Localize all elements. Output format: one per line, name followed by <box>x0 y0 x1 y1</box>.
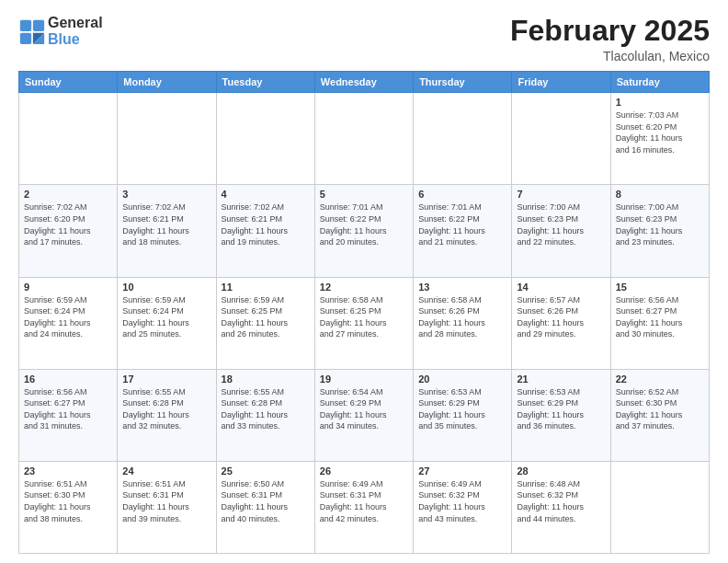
day-number: 20 <box>418 373 506 385</box>
month-title: February 2025 <box>510 15 710 47</box>
day-info: Sunrise: 6:51 AM Sunset: 6:30 PM Dayligh… <box>24 478 112 524</box>
header: General Blue February 2025 Tlacolulan, M… <box>18 15 710 63</box>
table-row: 21Sunrise: 6:53 AM Sunset: 6:29 PM Dayli… <box>512 369 610 461</box>
table-row: 7Sunrise: 7:00 AM Sunset: 6:23 PM Daylig… <box>512 185 610 277</box>
general-blue-icon <box>18 18 46 44</box>
day-number: 11 <box>222 282 310 293</box>
day-number: 25 <box>222 465 310 477</box>
calendar-table: Sunday Monday Tuesday Wednesday Thursday… <box>18 71 710 554</box>
table-row <box>314 93 413 185</box>
day-number: 27 <box>418 465 506 477</box>
day-info: Sunrise: 6:58 AM Sunset: 6:26 PM Dayligh… <box>418 294 506 340</box>
col-thursday: Thursday <box>414 72 512 93</box>
day-number: 15 <box>616 282 704 293</box>
day-info: Sunrise: 6:49 AM Sunset: 6:32 PM Dayligh… <box>418 478 506 524</box>
day-info: Sunrise: 7:02 AM Sunset: 6:21 PM Dayligh… <box>222 201 310 247</box>
day-number: 5 <box>320 189 408 200</box>
day-number: 18 <box>222 373 310 385</box>
calendar-week-row: 9Sunrise: 6:59 AM Sunset: 6:24 PM Daylig… <box>19 277 710 369</box>
table-row: 9Sunrise: 6:59 AM Sunset: 6:24 PM Daylig… <box>19 277 118 369</box>
day-info: Sunrise: 7:00 AM Sunset: 6:23 PM Dayligh… <box>616 201 704 247</box>
col-monday: Monday <box>118 72 216 93</box>
day-number: 12 <box>320 282 408 293</box>
day-info: Sunrise: 6:59 AM Sunset: 6:24 PM Dayligh… <box>122 294 210 340</box>
calendar-week-row: 16Sunrise: 6:56 AM Sunset: 6:27 PM Dayli… <box>19 369 710 461</box>
day-info: Sunrise: 6:52 AM Sunset: 6:30 PM Dayligh… <box>616 386 704 432</box>
day-number: 2 <box>24 189 112 200</box>
day-info: Sunrise: 6:53 AM Sunset: 6:29 PM Dayligh… <box>418 386 506 432</box>
col-sunday: Sunday <box>19 72 118 93</box>
day-number: 21 <box>517 373 605 385</box>
table-row: 6Sunrise: 7:01 AM Sunset: 6:22 PM Daylig… <box>414 185 512 277</box>
calendar-week-row: 1Sunrise: 7:03 AM Sunset: 6:20 PM Daylig… <box>19 93 710 185</box>
table-row: 16Sunrise: 6:56 AM Sunset: 6:27 PM Dayli… <box>19 369 118 461</box>
day-info: Sunrise: 7:01 AM Sunset: 6:22 PM Dayligh… <box>418 201 506 247</box>
table-row: 4Sunrise: 7:02 AM Sunset: 6:21 PM Daylig… <box>216 185 314 277</box>
logo: General Blue <box>18 15 103 49</box>
day-number: 28 <box>517 465 605 477</box>
table-row: 28Sunrise: 6:48 AM Sunset: 6:32 PM Dayli… <box>512 461 610 553</box>
day-info: Sunrise: 6:54 AM Sunset: 6:29 PM Dayligh… <box>320 386 408 432</box>
day-number: 23 <box>24 465 112 477</box>
table-row <box>414 93 512 185</box>
table-row: 25Sunrise: 6:50 AM Sunset: 6:31 PM Dayli… <box>216 461 314 553</box>
day-info: Sunrise: 7:00 AM Sunset: 6:23 PM Dayligh… <box>517 201 605 247</box>
day-info: Sunrise: 6:49 AM Sunset: 6:31 PM Dayligh… <box>320 478 408 524</box>
day-number: 13 <box>418 282 506 293</box>
day-info: Sunrise: 6:59 AM Sunset: 6:25 PM Dayligh… <box>222 294 310 340</box>
table-row: 11Sunrise: 6:59 AM Sunset: 6:25 PM Dayli… <box>216 277 314 369</box>
day-number: 8 <box>616 189 704 200</box>
table-row <box>512 93 610 185</box>
svg-rect-2 <box>20 33 31 44</box>
day-info: Sunrise: 7:02 AM Sunset: 6:20 PM Dayligh… <box>24 201 112 247</box>
table-row: 8Sunrise: 7:00 AM Sunset: 6:23 PM Daylig… <box>610 185 709 277</box>
day-number: 19 <box>320 373 408 385</box>
day-number: 4 <box>222 189 310 200</box>
day-number: 6 <box>418 189 506 200</box>
day-info: Sunrise: 6:51 AM Sunset: 6:31 PM Dayligh… <box>122 478 210 524</box>
day-info: Sunrise: 7:01 AM Sunset: 6:22 PM Dayligh… <box>320 201 408 247</box>
table-row: 26Sunrise: 6:49 AM Sunset: 6:31 PM Dayli… <box>314 461 413 553</box>
page: General Blue February 2025 Tlacolulan, M… <box>0 0 728 563</box>
table-row: 18Sunrise: 6:55 AM Sunset: 6:28 PM Dayli… <box>216 369 314 461</box>
day-info: Sunrise: 6:56 AM Sunset: 6:27 PM Dayligh… <box>616 294 704 340</box>
table-row <box>19 93 118 185</box>
table-row: 17Sunrise: 6:55 AM Sunset: 6:28 PM Dayli… <box>118 369 216 461</box>
col-friday: Friday <box>512 72 610 93</box>
col-saturday: Saturday <box>610 72 709 93</box>
svg-rect-1 <box>33 20 44 31</box>
table-row: 20Sunrise: 6:53 AM Sunset: 6:29 PM Dayli… <box>414 369 512 461</box>
table-row: 23Sunrise: 6:51 AM Sunset: 6:30 PM Dayli… <box>19 461 118 553</box>
day-number: 22 <box>616 373 704 385</box>
day-number: 16 <box>24 373 112 385</box>
day-info: Sunrise: 7:02 AM Sunset: 6:21 PM Dayligh… <box>122 201 210 247</box>
day-info: Sunrise: 6:56 AM Sunset: 6:27 PM Dayligh… <box>24 386 112 432</box>
table-row: 19Sunrise: 6:54 AM Sunset: 6:29 PM Dayli… <box>314 369 413 461</box>
day-info: Sunrise: 6:55 AM Sunset: 6:28 PM Dayligh… <box>222 386 310 432</box>
day-number: 7 <box>517 189 605 200</box>
title-block: February 2025 Tlacolulan, Mexico <box>510 15 710 63</box>
table-row: 15Sunrise: 6:56 AM Sunset: 6:27 PM Dayli… <box>610 277 709 369</box>
logo-text: General Blue <box>48 15 103 49</box>
day-info: Sunrise: 6:53 AM Sunset: 6:29 PM Dayligh… <box>517 386 605 432</box>
day-number: 10 <box>122 282 210 293</box>
day-number: 1 <box>616 97 704 108</box>
day-info: Sunrise: 6:57 AM Sunset: 6:26 PM Dayligh… <box>517 294 605 340</box>
table-row: 5Sunrise: 7:01 AM Sunset: 6:22 PM Daylig… <box>314 185 413 277</box>
day-info: Sunrise: 6:50 AM Sunset: 6:31 PM Dayligh… <box>222 478 310 524</box>
day-info: Sunrise: 6:48 AM Sunset: 6:32 PM Dayligh… <box>517 478 605 524</box>
day-number: 3 <box>122 189 210 200</box>
day-info: Sunrise: 6:55 AM Sunset: 6:28 PM Dayligh… <box>122 386 210 432</box>
calendar-header-row: Sunday Monday Tuesday Wednesday Thursday… <box>19 72 710 93</box>
table-row: 24Sunrise: 6:51 AM Sunset: 6:31 PM Dayli… <box>118 461 216 553</box>
day-number: 26 <box>320 465 408 477</box>
table-row: 13Sunrise: 6:58 AM Sunset: 6:26 PM Dayli… <box>414 277 512 369</box>
day-info: Sunrise: 7:03 AM Sunset: 6:20 PM Dayligh… <box>616 109 704 155</box>
location-title: Tlacolulan, Mexico <box>510 49 710 63</box>
calendar-week-row: 23Sunrise: 6:51 AM Sunset: 6:30 PM Dayli… <box>19 461 710 553</box>
col-tuesday: Tuesday <box>216 72 314 93</box>
table-row <box>216 93 314 185</box>
table-row <box>118 93 216 185</box>
table-row: 22Sunrise: 6:52 AM Sunset: 6:30 PM Dayli… <box>610 369 709 461</box>
day-number: 24 <box>122 465 210 477</box>
